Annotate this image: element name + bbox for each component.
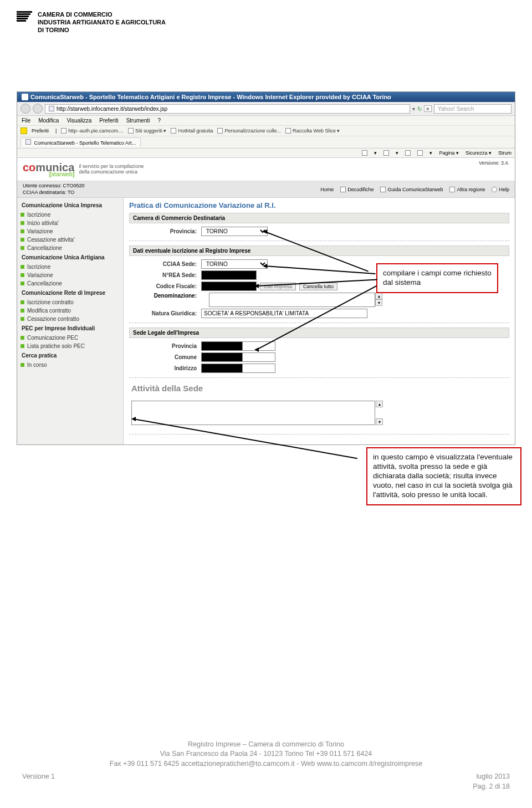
scroll-down-icon[interactable]: ▾ <box>375 299 382 306</box>
sb-group-2: Comunicazione Rete di Imprese <box>17 288 123 298</box>
input-sede-indirizzo[interactable] <box>242 364 275 373</box>
cmd-pagina[interactable]: Pagina ▾ <box>439 150 459 156</box>
sb-item-rete-iscrizione[interactable]: Iscrizione contratto <box>17 298 123 306</box>
label-sede-comune: Comune <box>129 354 201 360</box>
browser-window: ComunicaStarweb - Sportello Telematico A… <box>17 91 515 445</box>
label-natura: Natura Giuridica: <box>129 310 201 316</box>
fav-item-2[interactable]: HotMail gratuita <box>171 128 213 134</box>
feed-icon[interactable] <box>383 150 389 156</box>
select-provincia[interactable]: TORINO <box>201 227 268 236</box>
sidebar: Comunicazione Unica Impresa Iscrizione I… <box>17 198 124 444</box>
stop-icon[interactable]: ✕ <box>424 105 432 112</box>
redacted-denom <box>201 293 209 307</box>
footer-page: Pag. 2 di 18 <box>473 783 510 790</box>
callout-1: compilare i campi come richiesto dal sis… <box>376 263 498 293</box>
arrow-head-5 <box>131 417 136 421</box>
menu-file[interactable]: File <box>22 117 30 124</box>
sb-item-art-iscrizione[interactable]: Iscrizione <box>17 263 123 271</box>
mail-icon[interactable] <box>405 150 411 156</box>
select-cciaa[interactable]: TORINO <box>201 259 268 269</box>
url-text: http://starweb.infocamere.it/starweb/ind… <box>57 106 167 112</box>
title-bar: ComunicaStarweb - Sportello Telematico A… <box>17 92 515 102</box>
print-icon[interactable] <box>417 150 423 156</box>
page-icon <box>22 94 28 100</box>
sb-item-cancellazione[interactable]: Cancellazione <box>17 244 123 252</box>
refresh-icon[interactable]: ↻ <box>417 106 422 112</box>
sb-item-cessazione[interactable]: Cessazione attivita' <box>17 236 123 244</box>
menu-help[interactable]: ? <box>157 117 161 124</box>
label-cf: Codice Fiscale: <box>129 283 201 289</box>
sb-item-rete-cessazione[interactable]: Cessazione contratto <box>17 315 123 323</box>
sb-item-inizio[interactable]: Inizio attivita' <box>17 219 123 227</box>
sb-item-cerca-corso[interactable]: In corso <box>17 361 123 369</box>
scroll-up-icon-2[interactable]: ▴ <box>376 401 383 407</box>
input-sede-comune[interactable] <box>242 352 275 362</box>
menu-strumenti[interactable]: Strumenti <box>126 117 150 124</box>
tagline-2: della comunicazione unica <box>79 170 144 175</box>
label-cciaa: CCIAA Sede: <box>129 261 201 267</box>
nav-decodifiche[interactable]: Decodifiche <box>340 187 374 192</box>
footer-line1: Registro Imprese – Camera di commercio d… <box>0 740 532 750</box>
scroll-up-icon[interactable]: ▴ <box>375 293 382 299</box>
command-bar: ▾ ▾ ▾ Pagina ▾ Sicurezza ▾ Strum <box>17 149 515 158</box>
btn-cancella-tutto[interactable]: Cancella tutto <box>299 283 337 290</box>
arrow-head-1 <box>263 229 267 234</box>
fav-item-1[interactable]: Siti suggeriti ▾ <box>128 128 167 134</box>
home-icon[interactable] <box>362 150 367 156</box>
menu-modifica[interactable]: Modifica <box>38 117 59 124</box>
scroll-down-icon-2[interactable]: ▾ <box>376 418 383 425</box>
nav-altra-regione[interactable]: Altra regione <box>449 187 485 192</box>
tab-comunica[interactable]: ComunicaStarweb - Sportello Telematico A… <box>21 137 141 147</box>
redacted-indirizzo <box>201 364 243 373</box>
nav-home[interactable]: Home <box>320 187 334 192</box>
sb-item-pec-lista[interactable]: Lista pratiche solo PEC <box>17 342 123 350</box>
tab-icon <box>25 139 31 145</box>
cmd-strum[interactable]: Strum <box>498 150 511 156</box>
sb-item-iscrizione[interactable]: Iscrizione <box>17 211 123 219</box>
user-connected: Utente connesso: CTO0520 <box>23 183 84 190</box>
cmd-sicurezza[interactable]: Sicurezza ▾ <box>466 150 492 156</box>
url-icon <box>49 106 54 111</box>
redacted-comune <box>201 352 243 362</box>
label-sede-indirizzo: Indirizzo <box>129 365 201 371</box>
main-form: Pratica di Comunicazione Variazione al R… <box>124 198 515 444</box>
fav-label[interactable]: Preferiti <box>32 128 49 134</box>
back-button[interactable] <box>21 104 30 114</box>
url-field[interactable]: http://starweb.infocamere.it/starweb/ind… <box>45 104 410 114</box>
org-header: CAMERA DI COMMERCIO INDUSTRIA ARTIGIANAT… <box>17 11 515 36</box>
sb-item-art-variazione[interactable]: Variazione <box>17 271 123 279</box>
arrow-head-3 <box>254 284 259 288</box>
callout-2: in questo campo è visualizzata l'eventua… <box>366 447 521 505</box>
form-title: Pratica di Comunicazione Variazione al R… <box>129 201 509 209</box>
sb-item-pec-comm[interactable]: Comunicazione PEC <box>17 334 123 342</box>
org-line3: DI TORINO <box>38 27 166 34</box>
section-destinataria: Camera di Commercio Destinataria <box>129 213 509 223</box>
nav-help[interactable]: Help <box>492 187 509 192</box>
sb-item-rete-modifica[interactable]: Modifica contratto <box>17 306 123 315</box>
fav-item-0[interactable]: http--auth.pie.camcom.... <box>61 128 124 134</box>
textarea-attivita[interactable] <box>131 401 375 425</box>
sb-group-1: Comunicazione Unica Artigiana <box>17 252 123 263</box>
star-icon[interactable] <box>21 127 27 134</box>
sb-item-variazione[interactable]: Variazione <box>17 227 123 236</box>
org-line2: INDUSTRIA ARTIGIANATO E AGRICOLTURA <box>38 19 166 27</box>
sb-item-art-cancellazione[interactable]: Cancellazione <box>17 279 123 288</box>
arrow-head-2 <box>263 264 267 268</box>
input-natura[interactable] <box>201 309 367 318</box>
menu-preferiti[interactable]: Preferiti <box>99 117 118 124</box>
sb-group-0: Comunicazione Unica Impresa <box>17 200 123 211</box>
input-sede-prov[interactable] <box>242 341 275 351</box>
label-denominazione: Denominazione: <box>129 293 201 299</box>
dropdown-icon[interactable]: ▾ <box>412 106 415 112</box>
forward-button[interactable] <box>33 104 43 114</box>
fav-item-4[interactable]: Raccolta Web Slice ▾ <box>285 128 340 134</box>
menu-visualizza[interactable]: Visualizza <box>66 117 91 124</box>
redacted-prov <box>201 341 243 351</box>
nav-guida[interactable]: Guida ComunicaStarweb <box>380 187 443 192</box>
search-field[interactable]: Yahoo! Search <box>434 104 511 114</box>
fav-item-3[interactable]: Personalizzazione colle... <box>217 128 281 134</box>
redacted-nrea <box>201 270 257 280</box>
footer-version: Versione 1 <box>22 772 55 791</box>
footer-date: luglio 2013 <box>477 773 510 780</box>
logo-icon <box>17 11 32 36</box>
